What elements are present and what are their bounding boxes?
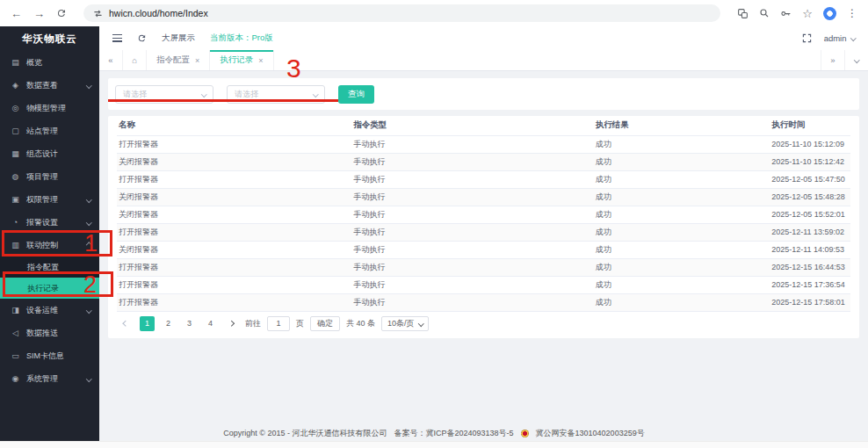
table-row[interactable]: 打开报警器手动执行成功2025-12-15 17:58:01 <box>117 293 850 311</box>
tab-bar: « ⌂ 指令配置 × 执行记录 × » <box>99 50 868 71</box>
filter-select-2[interactable]: 请选择 <box>227 85 325 104</box>
col-command-type: 指令类型 <box>351 116 594 135</box>
chevron-down-icon <box>86 197 91 202</box>
sidebar-item-alarm[interactable]: ◔ 报警设置 <box>0 211 99 234</box>
url-text[interactable]: hwicn.cloud/home/Index <box>109 8 208 18</box>
tab-command-config[interactable]: 指令配置 × <box>147 50 210 70</box>
bottom-edge-strip <box>0 441 868 448</box>
browser-back-icon[interactable]: ← <box>11 8 22 19</box>
home-tab-icon[interactable]: ⌂ <box>123 50 147 70</box>
scada-design-icon: ▦ <box>11 149 20 158</box>
collapse-menu-icon[interactable] <box>112 34 122 42</box>
goto-page-input[interactable] <box>267 316 290 331</box>
fullscreen-icon[interactable] <box>802 33 812 43</box>
browser-menu-icon[interactable]: ⋮ <box>847 7 857 19</box>
table-header-row: 名称 指令类型 执行结果 执行时间 <box>117 116 850 135</box>
sidebar-item-sim-info[interactable]: ▭ SIM卡信息 <box>0 344 99 367</box>
sidebar-item-data-view[interactable]: ◈ 数据查看 <box>0 74 99 97</box>
page-size-select[interactable]: 10条/页 <box>381 316 429 331</box>
table-row[interactable]: 关闭报警器手动执行成功2025-12-11 14:09:53 <box>117 241 850 258</box>
collapse-tabs-icon[interactable]: « <box>99 50 123 70</box>
content-area: 请选择 请选择 查询 名称 指令类型 执行结果 <box>99 71 868 441</box>
page-unit-label: 页 <box>296 318 304 329</box>
table-row[interactable]: 打开报警器手动执行成功2025-12-05 15:47:50 <box>117 170 850 188</box>
confirm-button[interactable]: 确定 <box>310 316 340 331</box>
system-icon: ◉ <box>11 374 20 383</box>
bookmark-star-icon[interactable]: ☆ <box>802 8 813 19</box>
overview-icon: ▤ <box>11 58 20 67</box>
sidebar-item-scada-design[interactable]: ▦ 组态设计 <box>0 142 99 165</box>
table-row[interactable]: 关闭报警器手动执行成功2025-12-05 15:52:01 <box>117 206 850 223</box>
close-icon[interactable]: × <box>258 56 263 65</box>
tab-options-icon[interactable] <box>844 50 868 70</box>
table-row[interactable]: 打开报警器手动执行成功2025-12-15 16:44:53 <box>117 258 850 276</box>
police-badge-icon <box>521 430 529 437</box>
sidebar-item-overview[interactable]: ▤ 概览 <box>0 51 99 74</box>
goto-label: 前往 <box>245 318 261 329</box>
alarm-icon: ◔ <box>11 218 20 227</box>
data-view-icon: ◈ <box>11 81 20 90</box>
app-header: 大屏展示 当前版本：Pro版 admin <box>99 26 868 50</box>
data-push-icon: ◁ <box>11 329 20 337</box>
browser-forward-icon[interactable]: → <box>33 8 45 19</box>
browser-toolbar: ← → hwicn.cloud/home/Index ☆ ⋮ <box>0 0 868 26</box>
password-key-icon[interactable] <box>780 8 792 19</box>
pagination: 1 2 3 4 前往 页 确定 共 40 条 10条/页 <box>117 312 850 336</box>
user-menu[interactable]: admin <box>824 33 855 43</box>
page-button-3[interactable]: 3 <box>182 316 197 331</box>
table-row[interactable]: 打开报警器手动执行成功2025-11-10 15:12:09 <box>117 135 850 153</box>
prev-page-button[interactable] <box>119 316 134 331</box>
sidebar-item-thing-model[interactable]: ◎ 物模型管理 <box>0 97 99 119</box>
col-result: 执行结果 <box>594 116 770 135</box>
chevron-down-icon <box>418 321 423 326</box>
sidebar-item-station[interactable]: ▢ 站点管理 <box>0 119 99 142</box>
col-name: 名称 <box>117 116 351 135</box>
police-record-link[interactable]: 冀公网安备13010402003259号 <box>536 428 645 439</box>
records-table-card: 名称 指令类型 执行结果 执行时间 打开报警器手动执行成功2025-11-10 … <box>108 116 859 338</box>
device-ops-icon: ◨ <box>11 306 20 314</box>
refresh-icon[interactable] <box>137 33 147 43</box>
sidebar-item-permission[interactable]: ▣ 权限管理 <box>0 188 99 211</box>
sidebar-item-linkage-control[interactable]: ▥ 联动控制 <box>0 234 99 257</box>
filter-select-1[interactable]: 请选择 <box>115 85 213 104</box>
sidebar-subitem-execution-record[interactable]: 执行记录 <box>0 278 99 299</box>
table-row[interactable]: 打开报警器手动执行成功2025-12-11 13:59:02 <box>117 223 850 241</box>
profile-avatar[interactable] <box>823 7 836 20</box>
translate-icon[interactable] <box>737 8 749 19</box>
sidebar-item-data-push[interactable]: ◁ 数据推送 <box>0 322 99 344</box>
page-button-4[interactable]: 4 <box>203 316 218 331</box>
sidebar-item-project[interactable]: ◍ 项目管理 <box>0 165 99 188</box>
col-time: 执行时间 <box>770 116 850 135</box>
thing-model-icon: ◎ <box>11 104 20 112</box>
expand-tabs-icon[interactable]: » <box>821 50 844 70</box>
page-button-1[interactable]: 1 <box>140 316 155 331</box>
chevron-up-icon <box>86 242 91 248</box>
sidebar-item-device-ops[interactable]: ◨ 设备运维 <box>0 299 99 322</box>
close-icon[interactable]: × <box>195 56 199 65</box>
table-row[interactable]: 打开报警器手动执行成功2025-12-15 17:36:54 <box>117 276 850 293</box>
table-row[interactable]: 关闭报警器手动执行成功2025-11-10 15:12:42 <box>117 153 850 170</box>
browser-reload-icon[interactable] <box>56 8 67 18</box>
zoom-icon[interactable] <box>759 8 770 18</box>
station-icon: ▢ <box>11 126 20 135</box>
project-icon: ◍ <box>11 172 20 181</box>
big-screen-link[interactable]: 大屏展示 <box>162 33 195 44</box>
sidebar-subitem-command-config[interactable]: 指令配置 <box>0 257 99 278</box>
chevron-down-icon <box>86 83 91 88</box>
chevron-down-icon <box>86 220 91 225</box>
next-page-button[interactable] <box>224 316 239 331</box>
query-button[interactable]: 查询 <box>338 85 374 104</box>
chevron-down-icon <box>86 307 91 313</box>
table-row[interactable]: 关闭报警器手动执行成功2025-12-05 15:48:28 <box>117 188 850 206</box>
page-button-2[interactable]: 2 <box>161 316 176 331</box>
address-bar[interactable]: hwicn.cloud/home/Index <box>83 4 720 22</box>
icp-record-text: 备案号：冀ICP备2024093138号-5 <box>394 428 514 439</box>
sidebar-item-system[interactable]: ◉ 系统管理 <box>0 367 99 390</box>
chevron-down-icon <box>313 91 318 97</box>
site-settings-icon[interactable] <box>93 9 103 18</box>
tab-execution-record[interactable]: 执行记录 × <box>210 50 273 70</box>
permission-icon: ▣ <box>11 195 20 204</box>
filter-bar: 请选择 请选择 查询 <box>108 78 859 110</box>
copyright-text: Copyright © 2015 - 河北华沃通信科技有限公司 <box>223 428 387 439</box>
version-label: 当前版本：Pro版 <box>210 33 273 44</box>
